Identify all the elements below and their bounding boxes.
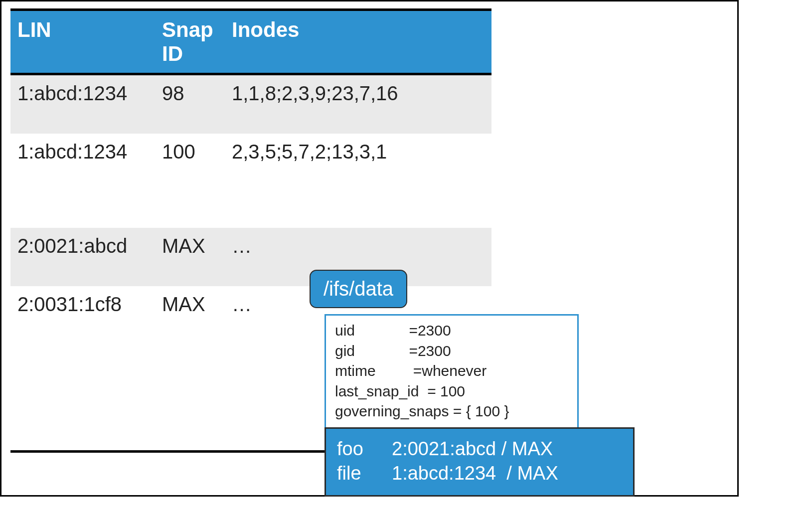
table-row: 1:abcd:1234 98 1,1,8;2,3,9;23,7,16 — [10, 74, 491, 134]
metadata-value: 100 — [440, 381, 465, 402]
cell-snap: 98 — [155, 74, 225, 134]
metadata-row: mtime = whenever — [335, 361, 568, 381]
metadata-value: 2300 — [418, 341, 451, 361]
metadata-value: 2300 — [418, 321, 451, 341]
metadata-value: { 100 } — [466, 401, 509, 422]
cell-lin: 2:0021:abcd — [10, 228, 155, 286]
metadata-key: governing_snaps — [335, 401, 449, 422]
lin-snap-table: LIN Snap ID Inodes 1:abcd:1234 98 1,1,8;… — [10, 8, 491, 345]
metadata-sep: = — [355, 341, 418, 361]
table-header-row: LIN Snap ID Inodes — [10, 10, 491, 74]
cell-lin: 1:abcd:1234 — [10, 134, 155, 192]
metadata-key: last_snap_id — [335, 381, 419, 402]
cell-inodes: 2,3,5;5,7,2;13,3,1 — [225, 134, 491, 192]
metadata-row: uid = 2300 — [335, 321, 568, 341]
cell-inodes: 1,1,8;2,3,9;23,7,16 — [225, 74, 491, 134]
dir-entry-row: foo 2:0021:abcd / MAX — [337, 437, 622, 461]
path-badge: /ifs/data — [310, 270, 407, 308]
cell-lin: 2:0031:1cf8 — [10, 286, 155, 345]
dir-entry-value: 1:abcd:1234 / MAX — [392, 461, 558, 486]
cell-snap: 100 — [155, 134, 225, 192]
metadata-sep: = — [376, 361, 422, 381]
col-header-lin: LIN — [10, 10, 155, 74]
col-header-inodes: Inodes — [225, 10, 491, 74]
cell-snap: MAX — [155, 286, 225, 345]
inode-metadata-box: uid = 2300 gid = 2300 mtime = whenever l… — [325, 314, 579, 429]
metadata-key: mtime — [335, 361, 376, 381]
col-header-snap: Snap ID — [155, 10, 225, 74]
table-gap-row — [10, 192, 491, 228]
cell-snap: MAX — [155, 228, 225, 286]
cell-lin: 1:abcd:1234 — [10, 74, 155, 134]
directory-entries-box: foo 2:0021:abcd / MAX file 1:abcd:1234 /… — [325, 427, 635, 497]
metadata-sep: = — [355, 321, 418, 341]
dir-entry-value: 2:0021:abcd / MAX — [392, 437, 553, 461]
dir-entry-name: file — [337, 461, 392, 486]
table-row: 1:abcd:1234 100 2,3,5;5,7,2;13,3,1 — [10, 134, 491, 192]
metadata-row: last_snap_id = 100 — [335, 381, 568, 402]
metadata-row: gid = 2300 — [335, 341, 568, 361]
dir-entry-row: file 1:abcd:1234 / MAX — [337, 461, 622, 486]
metadata-sep: = — [419, 381, 440, 402]
diagram-frame: LIN Snap ID Inodes 1:abcd:1234 98 1,1,8;… — [0, 0, 739, 497]
metadata-key: gid — [335, 341, 355, 361]
metadata-sep: = — [449, 401, 466, 422]
metadata-row: governing_snaps = { 100 } — [335, 401, 568, 422]
metadata-key: uid — [335, 321, 355, 341]
table-row: 2:0021:abcd MAX … — [10, 228, 491, 286]
metadata-value: whenever — [422, 361, 487, 381]
dir-entry-name: foo — [337, 437, 392, 461]
